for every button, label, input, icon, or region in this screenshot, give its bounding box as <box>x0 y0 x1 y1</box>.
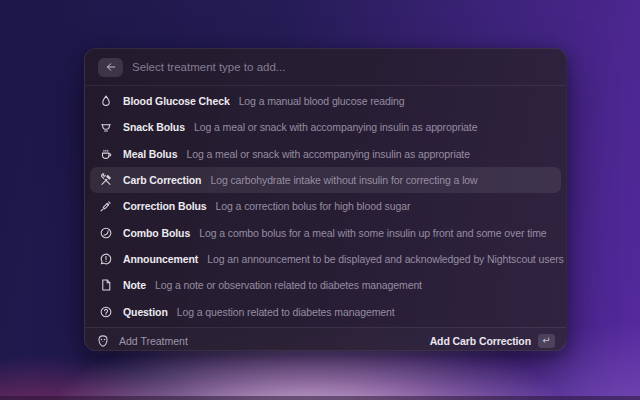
nightscout-owl-logo-icon <box>96 334 110 348</box>
steaming-mug-icon <box>99 147 113 161</box>
hammer-wrench-icon <box>99 173 113 187</box>
item-subtitle: Log a correction bolus for high blood su… <box>216 200 411 212</box>
droplet-icon <box>99 94 113 108</box>
extension-label: Add Treatment <box>119 335 188 347</box>
item-title: Combo Bolus <box>123 227 190 239</box>
item-subtitle: Log a question related to diabetes manag… <box>177 306 395 318</box>
item-subtitle: Log a meal or snack with accompanying in… <box>194 121 478 133</box>
list-item-note[interactable]: Note Log a note or observation related t… <box>90 272 561 298</box>
syringe-icon <box>99 199 113 213</box>
list-item-combo-bolus[interactable]: Combo Bolus Log a combo bolus for a meal… <box>90 219 561 245</box>
item-subtitle: Log a note or observation related to dia… <box>155 279 422 291</box>
list-item-blood-glucose-check[interactable]: Blood Glucose Check Log a manual blood g… <box>90 88 561 114</box>
primary-action-label: Add Carb Correction <box>430 335 531 347</box>
desktop-background: Blood Glucose Check Log a manual blood g… <box>0 0 640 400</box>
arrow-left-icon <box>105 61 117 73</box>
search-input[interactable] <box>132 61 553 73</box>
item-title: Blood Glucose Check <box>123 95 230 107</box>
item-title: Correction Bolus <box>123 200 207 212</box>
announcement-bubble-icon <box>99 252 113 266</box>
enter-key-icon: ↵ <box>538 334 555 348</box>
list-item-snack-bolus[interactable]: Snack Bolus Log a meal or snack with acc… <box>90 114 561 140</box>
item-title: Question <box>123 306 168 318</box>
list-item-announcement[interactable]: Announcement Log an announcement to be d… <box>90 246 561 272</box>
item-subtitle: Log carbohydrate intake without insulin … <box>210 174 477 186</box>
question-circle-icon <box>99 305 113 319</box>
list-item-meal-bolus[interactable]: Meal Bolus Log a meal or snack with acco… <box>90 141 561 167</box>
item-title: Carb Correction <box>123 174 201 186</box>
list-item-correction-bolus[interactable]: Correction Bolus Log a correction bolus … <box>90 193 561 219</box>
snack-cup-icon <box>99 120 113 134</box>
item-title: Note <box>123 279 146 291</box>
item-subtitle: Log a meal or snack with accompanying in… <box>186 148 470 160</box>
item-title: Snack Bolus <box>123 121 185 133</box>
palette-footer: Add Treatment Add Carb Correction ↵ <box>85 327 566 354</box>
list-item-carb-correction[interactable]: Carb Correction Log carbohydrate intake … <box>90 167 561 193</box>
command-palette: Blood Glucose Check Log a manual blood g… <box>84 48 567 351</box>
primary-action-button[interactable]: Add Carb Correction ↵ <box>430 334 555 348</box>
item-title: Meal Bolus <box>123 148 177 160</box>
item-subtitle: Log a manual blood glucose reading <box>239 95 405 107</box>
item-subtitle: Log a combo bolus for a meal with some i… <box>199 227 546 239</box>
list-item-question[interactable]: Question Log a question related to diabe… <box>90 298 561 324</box>
note-page-icon <box>99 278 113 292</box>
palette-header <box>85 49 566 86</box>
item-title: Announcement <box>123 253 198 265</box>
item-subtitle: Log an announcement to be displayed and … <box>207 253 563 265</box>
treatment-type-list: Blood Glucose Check Log a manual blood g… <box>85 86 566 327</box>
back-button[interactable] <box>98 58 123 77</box>
combo-circle-icon <box>99 226 113 240</box>
